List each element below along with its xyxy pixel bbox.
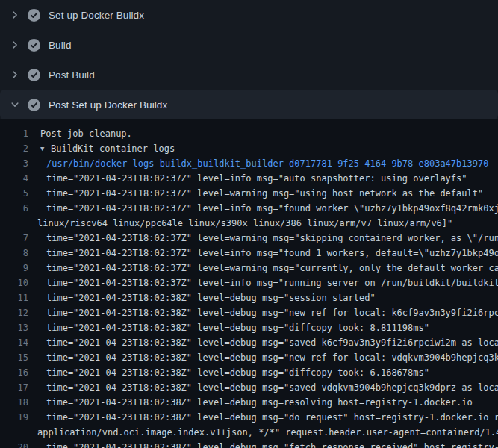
log-line: 12time="2021-04-23T18:02:38Z" level=debu…	[0, 305, 498, 320]
log-text: time="2021-04-23T18:02:38Z" level=debug …	[46, 290, 376, 305]
line-number	[0, 216, 28, 231]
log-text: time="2021-04-23T18:02:37Z" level=warnin…	[46, 261, 498, 276]
line-number[interactable]: 3	[0, 156, 28, 171]
log-text: time="2021-04-23T18:02:37Z" level=info m…	[46, 171, 467, 186]
line-number[interactable]: 4	[0, 171, 28, 186]
line-number[interactable]: 12	[0, 305, 28, 320]
line-number	[0, 425, 28, 440]
log-text: time="2021-04-23T18:02:38Z" level=debug …	[46, 380, 498, 395]
log-text: time="2021-04-23T18:02:38Z" level=debug …	[46, 305, 498, 320]
log-text: time="2021-04-23T18:02:38Z" level=debug …	[46, 350, 498, 365]
line-number[interactable]: 15	[0, 350, 28, 365]
log-text[interactable]: BuildKit container logs	[51, 141, 175, 156]
log-text: time="2021-04-23T18:02:37Z" level=info m…	[46, 276, 498, 290]
log-line: 7time="2021-04-23T18:02:37Z" level=warni…	[0, 231, 498, 246]
line-number[interactable]: 14	[0, 335, 28, 350]
log-line: 8time="2021-04-23T18:02:37Z" level=info …	[0, 246, 498, 261]
line-number[interactable]: 10	[0, 276, 28, 290]
line-number[interactable]: 5	[0, 186, 28, 201]
log-line-continuation: linux/riscv64 linux/ppc64le linux/s390x …	[0, 216, 498, 231]
log-line: 17time="2021-04-23T18:02:38Z" level=debu…	[0, 380, 498, 395]
workflow-log-viewer: Set up Docker BuildxBuildPost BuildPost …	[0, 0, 498, 448]
log-text: application/vnd.oci.image.index.v1+json,…	[37, 425, 498, 440]
line-number[interactable]: 6	[0, 201, 28, 216]
log-line: 1Post job cleanup.	[0, 126, 498, 141]
chevron-down-icon[interactable]	[9, 99, 21, 111]
log-line: 6time="2021-04-23T18:02:37Z" level=info …	[0, 201, 498, 216]
log-line: 4time="2021-04-23T18:02:37Z" level=info …	[0, 171, 498, 186]
step-header-build[interactable]: Build	[0, 30, 498, 60]
log-command-text: /usr/bin/docker logs buildx_buildkit_bui…	[46, 156, 488, 171]
line-number[interactable]: 7	[0, 231, 28, 246]
log-line: 15time="2021-04-23T18:02:38Z" level=debu…	[0, 350, 498, 365]
log-output: 1Post job cleanup.2▼BuildKit container l…	[0, 119, 498, 448]
log-text: time="2021-04-23T18:02:37Z" level=warnin…	[46, 231, 498, 246]
group-collapse-triangle-icon[interactable]: ▼	[40, 141, 46, 156]
line-number[interactable]: 16	[0, 365, 28, 380]
log-text: time="2021-04-23T18:02:37Z" level=info m…	[46, 201, 498, 216]
step-label: Build	[49, 40, 72, 51]
log-text: time="2021-04-23T18:02:38Z" level=debug …	[46, 320, 429, 335]
line-number[interactable]: 17	[0, 380, 28, 395]
log-text: time="2021-04-23T18:02:38Z" level=debug …	[46, 395, 473, 410]
line-number[interactable]: 1	[0, 126, 28, 141]
line-number[interactable]: 2	[0, 141, 28, 156]
log-text: time="2021-04-23T18:02:37Z" level=info m…	[46, 246, 498, 261]
line-number[interactable]: 19	[0, 410, 28, 425]
log-line: 11time="2021-04-23T18:02:38Z" level=debu…	[0, 290, 498, 305]
log-line: 2▼BuildKit container logs	[0, 141, 498, 156]
step-header-set-up-docker-buildx[interactable]: Set up Docker Buildx	[0, 0, 498, 30]
line-number[interactable]: 9	[0, 261, 28, 276]
log-text: time="2021-04-23T18:02:38Z" level=debug …	[46, 440, 498, 448]
log-line: 20time="2021-04-23T18:02:38Z" level=debu…	[0, 440, 498, 448]
log-text: time="2021-04-23T18:02:38Z" level=debug …	[46, 335, 498, 350]
log-line: 18time="2021-04-23T18:02:38Z" level=debu…	[0, 395, 498, 410]
line-number[interactable]: 11	[0, 290, 28, 305]
success-check-icon	[28, 9, 40, 22]
log-text: time="2021-04-23T18:02:37Z" level=warnin…	[46, 186, 483, 201]
step-label: Post Build	[49, 69, 95, 81]
log-text: linux/riscv64 linux/ppc64le linux/s390x …	[37, 216, 452, 231]
line-number[interactable]: 20	[0, 440, 28, 448]
step-list: Set up Docker BuildxBuildPost BuildPost …	[0, 0, 498, 119]
log-line: 13time="2021-04-23T18:02:38Z" level=debu…	[0, 320, 498, 335]
line-number[interactable]: 18	[0, 395, 28, 410]
log-text: time="2021-04-23T18:02:38Z" level=debug …	[46, 410, 498, 425]
log-line: 9time="2021-04-23T18:02:37Z" level=warni…	[0, 261, 498, 276]
line-number[interactable]: 13	[0, 320, 28, 335]
line-number[interactable]: 8	[0, 246, 28, 261]
log-line: 3/usr/bin/docker logs buildx_buildkit_bu…	[0, 156, 498, 171]
log-line: 16time="2021-04-23T18:02:38Z" level=debu…	[0, 365, 498, 380]
success-check-icon	[28, 69, 40, 81]
log-text: time="2021-04-23T18:02:38Z" level=debug …	[46, 365, 429, 380]
success-check-icon	[28, 99, 40, 111]
chevron-right-icon[interactable]	[9, 39, 21, 51]
step-header-post-set-up-docker-buildx[interactable]: Post Set up Docker Buildx	[0, 90, 498, 119]
chevron-right-icon[interactable]	[9, 9, 21, 21]
log-line: 19time="2021-04-23T18:02:38Z" level=debu…	[0, 410, 498, 425]
step-label: Set up Docker Buildx	[49, 10, 144, 21]
chevron-right-icon[interactable]	[9, 69, 21, 81]
log-line: 5time="2021-04-23T18:02:37Z" level=warni…	[0, 186, 498, 201]
step-header-post-build[interactable]: Post Build	[0, 60, 498, 90]
success-check-icon	[28, 39, 40, 52]
log-line: 10time="2021-04-23T18:02:37Z" level=info…	[0, 276, 498, 290]
log-line-continuation: application/vnd.oci.image.index.v1+json,…	[0, 425, 498, 440]
log-text: Post job cleanup.	[40, 126, 132, 141]
log-line: 14time="2021-04-23T18:02:38Z" level=debu…	[0, 335, 498, 350]
step-label: Post Set up Docker Buildx	[49, 99, 167, 111]
